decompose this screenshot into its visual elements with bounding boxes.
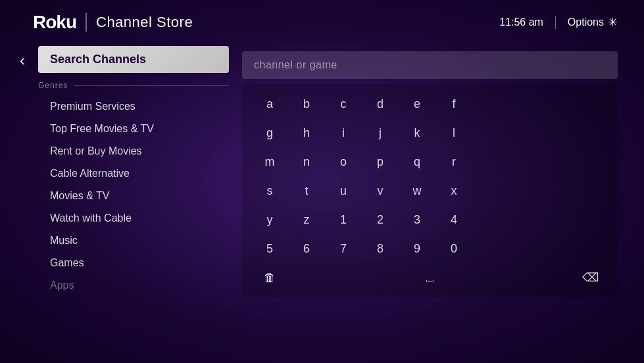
key-t[interactable]: t (289, 178, 324, 204)
back-arrow-icon: ‹ (20, 51, 25, 70)
key-x[interactable]: x (437, 178, 471, 204)
key-row-5: y z 1 2 3 4 (253, 206, 607, 233)
header-right: 11:56 am Options ✳ (499, 15, 618, 30)
search-channels-item[interactable]: Search Channels (38, 46, 229, 73)
genre-item-games[interactable]: Games (38, 252, 229, 274)
key-j[interactable]: j (363, 120, 397, 146)
key-row-3: m n o p q r (253, 149, 607, 175)
key-w[interactable]: w (400, 178, 434, 204)
key-6[interactable]: 6 (289, 235, 324, 262)
key-y[interactable]: y (253, 206, 287, 233)
key-row-1: a b c d e f (253, 91, 607, 117)
key-e[interactable]: e (400, 91, 434, 117)
key-1[interactable]: 1 (326, 206, 360, 233)
header-left: Roku Channel Store (33, 12, 193, 33)
header-right-divider (555, 16, 556, 29)
key-q[interactable]: q (400, 149, 434, 175)
genre-item-cable-alternative[interactable]: Cable Alternative (38, 162, 229, 185)
sidebar: Search Channels Genres Premium Services … (38, 46, 229, 350)
delete-key[interactable]: 🗑 (253, 264, 287, 291)
key-9[interactable]: 9 (400, 235, 434, 262)
genre-item-premium-services[interactable]: Premium Services (38, 95, 229, 118)
options-button[interactable]: Options ✳ (568, 15, 618, 30)
key-7[interactable]: 7 (326, 235, 360, 262)
key-z[interactable]: z (289, 206, 324, 233)
key-d[interactable]: d (363, 91, 397, 117)
genre-item-apps[interactable]: Apps (38, 274, 229, 297)
key-c[interactable]: c (326, 91, 360, 117)
time-display: 11:56 am (499, 16, 543, 28)
key-3[interactable]: 3 (400, 206, 434, 233)
roku-logo: Roku (33, 12, 76, 33)
keyboard-grid: a b c d e f g h i j k l m n o p (242, 84, 618, 297)
main-content: ‹ Search Channels Genres Premium Service… (0, 39, 644, 356)
options-icon: ✳ (608, 15, 618, 30)
key-k[interactable]: k (400, 120, 434, 146)
key-l[interactable]: l (437, 120, 471, 146)
genre-item-rent-buy[interactable]: Rent or Buy Movies (38, 140, 229, 162)
key-s[interactable]: s (253, 178, 287, 204)
search-input[interactable]: channel or game (242, 51, 618, 79)
genre-item-music[interactable]: Music (38, 230, 229, 252)
key-b[interactable]: b (289, 91, 324, 117)
key-0[interactable]: 0 (437, 235, 471, 262)
space-icon: ⎵ (426, 271, 433, 285)
key-h[interactable]: h (289, 120, 324, 146)
genre-item-watch-cable[interactable]: Watch with Cable (38, 207, 229, 230)
header-divider (86, 13, 87, 32)
key-8[interactable]: 8 (363, 235, 397, 262)
genre-item-top-free[interactable]: Top Free Movies & TV (38, 118, 229, 140)
key-4[interactable]: 4 (437, 206, 471, 233)
back-button[interactable]: ‹ (20, 46, 25, 350)
key-g[interactable]: g (253, 120, 287, 146)
channel-store-title: Channel Store (96, 14, 193, 31)
space-key[interactable]: ⎵ (289, 264, 570, 291)
key-v[interactable]: v (363, 178, 397, 204)
genre-item-movies-tv[interactable]: Movies & TV (38, 185, 229, 207)
key-i[interactable]: i (326, 120, 360, 146)
key-5[interactable]: 5 (253, 235, 287, 262)
options-label: Options (568, 16, 604, 28)
genres-label: Genres (38, 81, 229, 90)
key-row-6: 5 6 7 8 9 0 (253, 235, 607, 262)
key-a[interactable]: a (253, 91, 287, 117)
keyboard-panel: channel or game a b c d e f g h i j k l (242, 46, 618, 350)
key-r[interactable]: r (437, 149, 471, 175)
key-f[interactable]: f (437, 91, 471, 117)
key-o[interactable]: o (326, 149, 360, 175)
key-p[interactable]: p (363, 149, 397, 175)
key-m[interactable]: m (253, 149, 287, 175)
key-row-4: s t u v w x (253, 178, 607, 204)
key-n[interactable]: n (289, 149, 324, 175)
backspace-icon: ⌫ (582, 270, 599, 285)
key-u[interactable]: u (326, 178, 360, 204)
header: Roku Channel Store 11:56 am Options ✳ (0, 0, 644, 39)
key-2[interactable]: 2 (363, 206, 397, 233)
key-row-2: g h i j k l (253, 120, 607, 146)
key-row-special: 🗑 ⎵ ⌫ (253, 264, 607, 291)
delete-icon: 🗑 (264, 271, 276, 285)
backspace-key[interactable]: ⌫ (573, 264, 607, 291)
